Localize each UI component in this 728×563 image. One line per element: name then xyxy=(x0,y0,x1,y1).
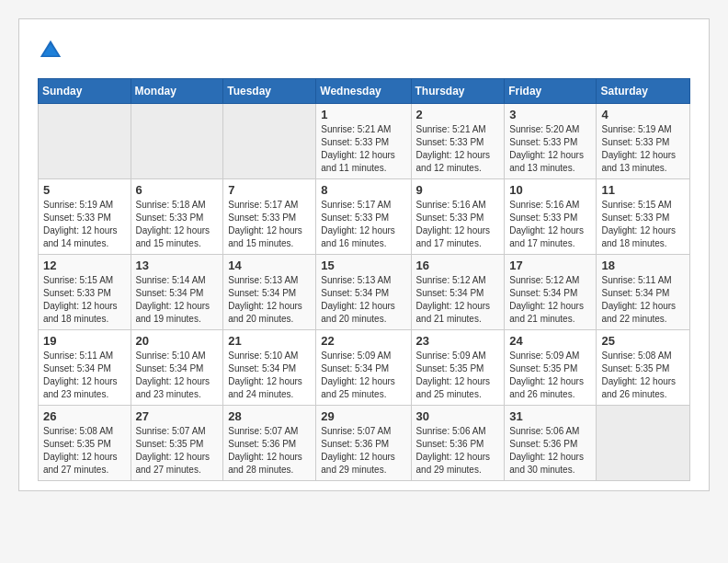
day-info: Sunrise: 5:06 AM Sunset: 5:36 PM Dayligh… xyxy=(416,425,500,477)
week-row-2: 5Sunrise: 5:19 AM Sunset: 5:33 PM Daylig… xyxy=(39,179,690,255)
day-number: 5 xyxy=(43,183,126,197)
day-header-wednesday: Wednesday xyxy=(316,79,411,104)
day-number: 31 xyxy=(509,409,591,423)
day-number: 17 xyxy=(509,259,591,272)
calendar-cell: 26Sunrise: 5:08 AM Sunset: 5:35 PM Dayli… xyxy=(39,406,131,481)
calendar-cell: 1Sunrise: 5:21 AM Sunset: 5:33 PM Daylig… xyxy=(316,104,411,179)
header xyxy=(38,38,690,63)
day-info: Sunrise: 5:17 AM Sunset: 5:33 PM Dayligh… xyxy=(321,199,405,250)
day-number: 7 xyxy=(228,183,311,197)
calendar-cell: 2Sunrise: 5:21 AM Sunset: 5:33 PM Daylig… xyxy=(411,104,505,179)
calendar-cell: 3Sunrise: 5:20 AM Sunset: 5:33 PM Daylig… xyxy=(505,104,597,179)
header-row: SundayMondayTuesdayWednesdayThursdayFrid… xyxy=(39,79,690,104)
logo xyxy=(38,38,69,63)
day-number: 21 xyxy=(228,334,311,348)
day-header-monday: Monday xyxy=(131,79,223,104)
calendar-table: SundayMondayTuesdayWednesdayThursdayFrid… xyxy=(38,78,690,481)
day-number: 2 xyxy=(416,108,500,121)
day-number: 6 xyxy=(136,183,219,197)
day-info: Sunrise: 5:18 AM Sunset: 5:33 PM Dayligh… xyxy=(136,199,219,250)
day-number: 19 xyxy=(43,334,126,348)
day-info: Sunrise: 5:14 AM Sunset: 5:34 PM Dayligh… xyxy=(136,274,219,326)
calendar-cell: 30Sunrise: 5:06 AM Sunset: 5:36 PM Dayli… xyxy=(411,406,505,481)
day-info: Sunrise: 5:07 AM Sunset: 5:35 PM Dayligh… xyxy=(136,425,219,477)
calendar-cell: 22Sunrise: 5:09 AM Sunset: 5:34 PM Dayli… xyxy=(316,330,411,406)
calendar-cell: 11Sunrise: 5:15 AM Sunset: 5:33 PM Dayli… xyxy=(597,179,690,255)
day-info: Sunrise: 5:07 AM Sunset: 5:36 PM Dayligh… xyxy=(228,425,311,477)
calendar-cell: 10Sunrise: 5:16 AM Sunset: 5:33 PM Dayli… xyxy=(505,179,597,255)
day-number: 23 xyxy=(416,334,500,348)
day-info: Sunrise: 5:07 AM Sunset: 5:36 PM Dayligh… xyxy=(321,425,405,477)
calendar-cell: 21Sunrise: 5:10 AM Sunset: 5:34 PM Dayli… xyxy=(223,330,316,406)
day-number: 22 xyxy=(321,334,405,348)
day-info: Sunrise: 5:06 AM Sunset: 5:36 PM Dayligh… xyxy=(509,425,591,477)
day-number: 11 xyxy=(601,183,685,197)
day-info: Sunrise: 5:19 AM Sunset: 5:33 PM Dayligh… xyxy=(601,123,685,175)
day-number: 25 xyxy=(601,334,685,348)
day-number: 12 xyxy=(43,259,126,272)
day-number: 29 xyxy=(321,409,405,423)
week-row-5: 26Sunrise: 5:08 AM Sunset: 5:35 PM Dayli… xyxy=(39,406,690,481)
day-info: Sunrise: 5:19 AM Sunset: 5:33 PM Dayligh… xyxy=(43,199,126,250)
day-number: 28 xyxy=(228,409,311,423)
week-row-4: 19Sunrise: 5:11 AM Sunset: 5:34 PM Dayli… xyxy=(39,330,690,406)
day-info: Sunrise: 5:13 AM Sunset: 5:34 PM Dayligh… xyxy=(228,274,311,326)
day-info: Sunrise: 5:20 AM Sunset: 5:33 PM Dayligh… xyxy=(509,123,591,175)
day-info: Sunrise: 5:15 AM Sunset: 5:33 PM Dayligh… xyxy=(43,274,126,326)
calendar-cell: 20Sunrise: 5:10 AM Sunset: 5:34 PM Dayli… xyxy=(131,330,223,406)
day-info: Sunrise: 5:11 AM Sunset: 5:34 PM Dayligh… xyxy=(43,350,126,401)
day-info: Sunrise: 5:09 AM Sunset: 5:34 PM Dayligh… xyxy=(321,350,405,401)
calendar-cell: 12Sunrise: 5:15 AM Sunset: 5:33 PM Dayli… xyxy=(39,255,131,330)
calendar-cell: 28Sunrise: 5:07 AM Sunset: 5:36 PM Dayli… xyxy=(223,406,316,481)
day-header-thursday: Thursday xyxy=(411,79,505,104)
day-number: 20 xyxy=(136,334,219,348)
calendar-cell: 27Sunrise: 5:07 AM Sunset: 5:35 PM Dayli… xyxy=(131,406,223,481)
day-number: 14 xyxy=(228,259,311,272)
calendar-cell: 16Sunrise: 5:12 AM Sunset: 5:34 PM Dayli… xyxy=(411,255,505,330)
day-info: Sunrise: 5:12 AM Sunset: 5:34 PM Dayligh… xyxy=(509,274,591,326)
day-info: Sunrise: 5:16 AM Sunset: 5:33 PM Dayligh… xyxy=(416,199,500,250)
calendar-cell: 23Sunrise: 5:09 AM Sunset: 5:35 PM Dayli… xyxy=(411,330,505,406)
calendar-cell: 24Sunrise: 5:09 AM Sunset: 5:35 PM Dayli… xyxy=(505,330,597,406)
day-info: Sunrise: 5:13 AM Sunset: 5:34 PM Dayligh… xyxy=(321,274,405,326)
week-row-1: 1Sunrise: 5:21 AM Sunset: 5:33 PM Daylig… xyxy=(39,104,690,179)
day-info: Sunrise: 5:10 AM Sunset: 5:34 PM Dayligh… xyxy=(136,350,219,401)
day-number: 15 xyxy=(321,259,405,272)
week-row-3: 12Sunrise: 5:15 AM Sunset: 5:33 PM Dayli… xyxy=(39,255,690,330)
calendar-container: SundayMondayTuesdayWednesdayThursdayFrid… xyxy=(18,18,710,491)
day-number: 8 xyxy=(321,183,405,197)
calendar-cell: 6Sunrise: 5:18 AM Sunset: 5:33 PM Daylig… xyxy=(131,179,223,255)
calendar-cell: 19Sunrise: 5:11 AM Sunset: 5:34 PM Dayli… xyxy=(39,330,131,406)
calendar-cell: 18Sunrise: 5:11 AM Sunset: 5:34 PM Dayli… xyxy=(597,255,690,330)
day-info: Sunrise: 5:17 AM Sunset: 5:33 PM Dayligh… xyxy=(228,199,311,250)
day-info: Sunrise: 5:15 AM Sunset: 5:33 PM Dayligh… xyxy=(601,199,685,250)
day-number: 13 xyxy=(136,259,219,272)
logo-icon xyxy=(38,38,63,63)
calendar-cell xyxy=(131,104,223,179)
day-info: Sunrise: 5:08 AM Sunset: 5:35 PM Dayligh… xyxy=(601,350,685,401)
day-number: 26 xyxy=(43,409,126,423)
calendar-cell: 7Sunrise: 5:17 AM Sunset: 5:33 PM Daylig… xyxy=(223,179,316,255)
calendar-cell: 25Sunrise: 5:08 AM Sunset: 5:35 PM Dayli… xyxy=(597,330,690,406)
day-info: Sunrise: 5:21 AM Sunset: 5:33 PM Dayligh… xyxy=(416,123,500,175)
day-info: Sunrise: 5:11 AM Sunset: 5:34 PM Dayligh… xyxy=(601,274,685,326)
day-header-saturday: Saturday xyxy=(597,79,690,104)
day-info: Sunrise: 5:12 AM Sunset: 5:34 PM Dayligh… xyxy=(416,274,500,326)
calendar-cell: 4Sunrise: 5:19 AM Sunset: 5:33 PM Daylig… xyxy=(597,104,690,179)
day-info: Sunrise: 5:10 AM Sunset: 5:34 PM Dayligh… xyxy=(228,350,311,401)
day-header-sunday: Sunday xyxy=(39,79,131,104)
day-number: 18 xyxy=(601,259,685,272)
day-info: Sunrise: 5:08 AM Sunset: 5:35 PM Dayligh… xyxy=(43,425,126,477)
calendar-cell xyxy=(597,406,690,481)
day-number: 30 xyxy=(416,409,500,423)
day-info: Sunrise: 5:16 AM Sunset: 5:33 PM Dayligh… xyxy=(509,199,591,250)
day-number: 9 xyxy=(416,183,500,197)
day-info: Sunrise: 5:21 AM Sunset: 5:33 PM Dayligh… xyxy=(321,123,405,175)
day-number: 27 xyxy=(136,409,219,423)
day-info: Sunrise: 5:09 AM Sunset: 5:35 PM Dayligh… xyxy=(416,350,500,401)
day-info: Sunrise: 5:09 AM Sunset: 5:35 PM Dayligh… xyxy=(509,350,591,401)
calendar-cell: 15Sunrise: 5:13 AM Sunset: 5:34 PM Dayli… xyxy=(316,255,411,330)
calendar-cell: 13Sunrise: 5:14 AM Sunset: 5:34 PM Dayli… xyxy=(131,255,223,330)
calendar-cell xyxy=(39,104,131,179)
calendar-cell: 17Sunrise: 5:12 AM Sunset: 5:34 PM Dayli… xyxy=(505,255,597,330)
